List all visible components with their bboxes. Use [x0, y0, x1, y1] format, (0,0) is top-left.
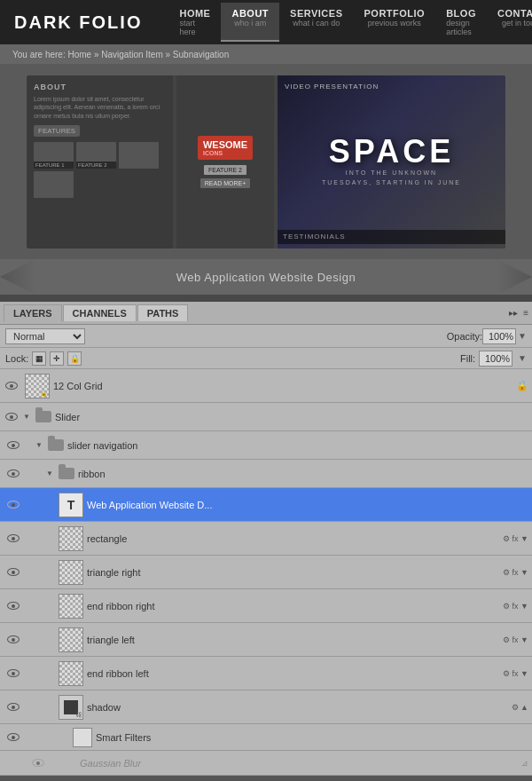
nav-home[interactable]: HOME start here: [168, 3, 221, 42]
layer-thumb-triangle-left: [59, 627, 83, 652]
thumb-3: [119, 142, 159, 169]
layer-visibility-end-ribbon-right[interactable]: [5, 598, 21, 614]
top-navigation: DARK FOLIO HOME start here ABOUT who i a…: [0, 0, 532, 44]
layer-thumb-shadow-outer: ⛓: [59, 695, 83, 720]
layer-row-ribbon[interactable]: ▼ ribbon: [0, 460, 532, 488]
lock-position-button[interactable]: ✛: [50, 351, 64, 366]
layer-name-slider: Slider: [55, 412, 528, 422]
layer-thumb-webapp: T: [59, 493, 83, 517]
tab-paths[interactable]: PATHS: [137, 304, 189, 321]
panel-options: ▸▸ ≡: [509, 308, 528, 318]
layer-fx-end-ribbon-right: ⚙ fx ▼: [503, 602, 528, 611]
nav-services[interactable]: SERVICES what i can do: [279, 3, 353, 42]
layer-thumb-rectangle: [59, 526, 83, 551]
layer-row-triangle-left[interactable]: triangle left ⚙ fx ▼: [0, 623, 532, 657]
tab-layers[interactable]: LAYERS: [4, 304, 62, 322]
layer-name-end-ribbon-right: end ribbon right: [87, 601, 499, 611]
layer-row-end-ribbon-right[interactable]: end ribbon right ⚙ fx ▼: [0, 589, 532, 623]
hero-section: ABOUT Lorem ipsum dolor sit amet, consec…: [0, 64, 532, 259]
fill-input[interactable]: [479, 351, 512, 367]
layer-name-slider-nav: slider navigation: [67, 440, 528, 451]
layer-fx-triangle-right: ⚙ fx ▼: [503, 568, 528, 577]
layer-visibility-gaussian[interactable]: [30, 755, 46, 771]
hero-mid-panel: WESOME ICONS FEATURE 2 READ MORE+: [176, 75, 274, 248]
opacity-arrow[interactable]: ▼: [518, 331, 527, 341]
layer-visibility-slider[interactable]: [4, 409, 20, 425]
fill-label: Fill:: [460, 353, 475, 364]
site-logo: DARK FOLIO: [14, 12, 142, 33]
expand-slider[interactable]: ▼: [21, 412, 32, 422]
folder-icon-slider-nav: [48, 439, 64, 451]
folder-icon-ribbon: [59, 468, 74, 479]
layer-thumb-12col: 🔒: [25, 374, 50, 398]
layer-row-shadow[interactable]: ⛓ shadow ⚙ ▲: [0, 690, 532, 724]
layer-row-slider-nav[interactable]: ▼ slider navigation: [0, 431, 532, 460]
layer-row-webapp[interactable]: T Web Application Website D...: [0, 488, 532, 522]
layer-fx-rectangle: ⚙ fx ▼: [503, 534, 528, 543]
thumb-1: FEATURE 1: [34, 142, 74, 169]
layer-thumb-smart-filters: [73, 728, 92, 747]
layer-row-12col[interactable]: 🔒 12 Col Grid 🔒: [0, 369, 532, 403]
layer-row-rectangle[interactable]: rectangle ⚙ fx ▼: [0, 522, 532, 556]
layer-name-rectangle: rectangle: [87, 533, 499, 544]
panel-menu-icon[interactable]: ≡: [523, 308, 528, 318]
layer-row-slider[interactable]: ▼ Slider: [0, 403, 532, 431]
space-background: VIDEO PRESENTATION SPACE INTO THE UNKNOW…: [278, 75, 505, 248]
ribbon-caption: Web Application Website Design: [0, 259, 532, 295]
testimonials-strip: TESTIMONIALS: [278, 230, 505, 244]
layer-visibility-ribbon[interactable]: [5, 466, 21, 482]
layer-row-triangle-right[interactable]: triangle right ⚙ fx ▼: [0, 556, 532, 589]
lock-all-button[interactable]: 🔒: [67, 351, 82, 366]
wesome-logo: WESOME ICONS: [198, 136, 253, 160]
layer-row-gaussian[interactable]: Gaussian Blur ⊿: [0, 751, 532, 776]
layer-fx-shadow: ⚙ ▲: [512, 703, 528, 712]
blend-opacity-row: Normal Opacity: ▼: [0, 325, 532, 348]
layer-name-triangle-left: triangle left: [87, 635, 499, 645]
nav-contact[interactable]: CONTACT get in touch: [487, 3, 532, 42]
link-icon: ⛓: [75, 712, 82, 718]
thumbnail-grid: FEATURE 1 FEATURE 2: [34, 142, 166, 198]
layer-list: 🔒 12 Col Grid 🔒 ▼ Slider ▼ slider naviga…: [0, 369, 532, 776]
panel-expand-icon[interactable]: ▸▸: [509, 308, 518, 318]
layer-name-end-ribbon-left: end ribbon left: [87, 668, 499, 679]
layer-visibility-slider-nav[interactable]: [5, 438, 21, 454]
layer-row-end-ribbon-left[interactable]: end ribbon left ⚙ fx ▼: [0, 657, 532, 690]
layer-name-triangle-right: triangle right: [87, 567, 499, 578]
layer-name-ribbon: ribbon: [78, 469, 528, 479]
nav-about[interactable]: ABOUT who i am: [221, 3, 279, 42]
main-nav: HOME start here ABOUT who i am SERVICES …: [168, 3, 532, 42]
layer-name-webapp: Web Application Website D...: [87, 500, 528, 510]
layer-visibility-12col[interactable]: [4, 378, 20, 394]
layer-visibility-end-ribbon-left[interactable]: [5, 666, 21, 682]
expand-ribbon[interactable]: ▼: [44, 469, 55, 479]
expand-slider-nav[interactable]: ▼: [34, 440, 44, 451]
layer-name-smart-filters: Smart Filters: [96, 732, 528, 743]
layer-visibility-triangle-right[interactable]: [5, 564, 21, 580]
hero-slideshow: ABOUT Lorem ipsum dolor sit amet, consec…: [27, 75, 505, 248]
opacity-input[interactable]: [482, 328, 516, 344]
layer-thumb-end-ribbon-left: [59, 661, 83, 686]
nav-portfolio[interactable]: PORTFOLIO previous works: [353, 3, 435, 42]
locked-icon: 🔒: [516, 380, 528, 391]
lock-pixels-button[interactable]: ▦: [32, 351, 46, 366]
lock-icon: 🔒: [40, 390, 48, 397]
blend-mode-select[interactable]: Normal: [5, 328, 85, 344]
layer-name-shadow: shadow: [87, 702, 508, 713]
layers-panel: LAYERS CHANNELS PATHS ▸▸ ≡ Normal Opacit…: [0, 302, 532, 746]
layer-thumb-triangle-right: [59, 560, 83, 585]
folder-icon-slider: [35, 411, 51, 422]
layer-row-smart-filters[interactable]: Smart Filters: [0, 724, 532, 751]
panel-tabs-bar: LAYERS CHANNELS PATHS ▸▸ ≡: [0, 302, 532, 325]
layer-fx-triangle-left: ⚙ fx ▼: [503, 635, 528, 644]
layer-visibility-shadow[interactable]: [5, 699, 21, 715]
gaussian-fx-icon: ⊿: [521, 759, 528, 768]
layer-visibility-webapp[interactable]: [5, 497, 21, 513]
layer-name-gaussian: Gaussian Blur: [80, 758, 521, 769]
tab-channels[interactable]: CHANNELS: [63, 304, 137, 321]
fill-arrow[interactable]: ▼: [518, 353, 527, 363]
nav-blog[interactable]: BLOG design articles: [435, 3, 487, 42]
layer-visibility-smart-filters[interactable]: [5, 730, 21, 746]
layer-visibility-triangle-left[interactable]: [5, 632, 21, 648]
layer-fx-end-ribbon-left: ⚙ fx ▼: [503, 669, 528, 678]
layer-visibility-rectangle[interactable]: [5, 531, 21, 547]
